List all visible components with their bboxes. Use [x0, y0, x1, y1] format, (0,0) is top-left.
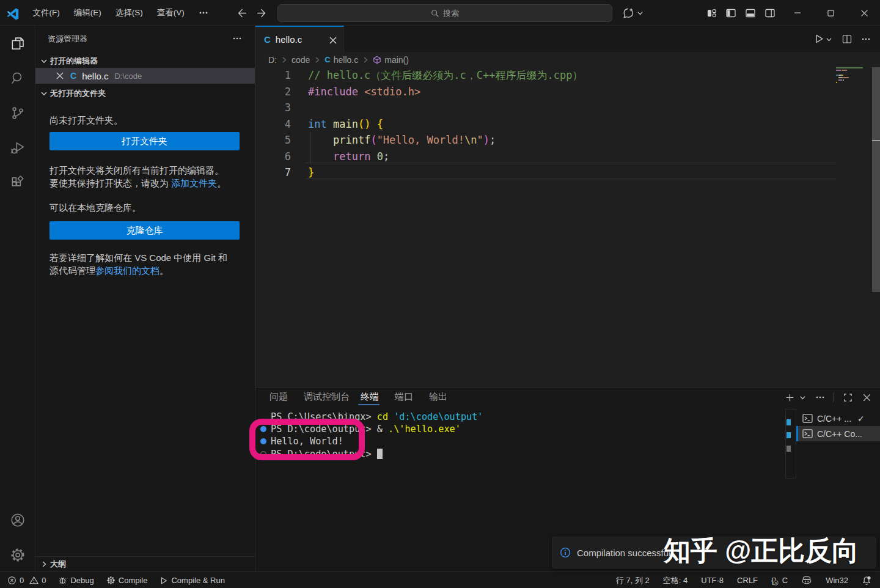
- go-back-icon[interactable]: [237, 8, 248, 18]
- language-mode-status[interactable]: {} C: [771, 572, 788, 588]
- minimap-line: [842, 70, 847, 71]
- close-editor-icon[interactable]: [56, 72, 64, 80]
- debug-icon[interactable]: [0, 133, 35, 163]
- terminal-dropdown-icon[interactable]: [799, 394, 806, 401]
- compile-status[interactable]: Compile: [106, 572, 148, 588]
- compile-run-status[interactable]: Compile & Run: [160, 572, 224, 588]
- no-folder-section[interactable]: 无打开的文件夹: [35, 87, 255, 100]
- open-editor-hello-c[interactable]: C hello.c D:\code: [35, 68, 255, 84]
- cursor-position-status[interactable]: 行 7, 列 2: [616, 572, 650, 588]
- minimap-line: [843, 79, 844, 81]
- encoding-status[interactable]: UTF-8: [701, 572, 724, 588]
- code-line[interactable]: 1// hello.c（文件后缀必须为.c，C++程序后缀为.cpp）: [255, 67, 880, 84]
- terminal-tab-label: C/C++ Co...: [817, 429, 862, 439]
- menu-more-icon[interactable]: [191, 0, 216, 26]
- terminal-tab-task[interactable]: C/C++ ... ✓: [796, 411, 880, 426]
- git-branch-icon[interactable]: [0, 98, 35, 128]
- breadcrumb-file[interactable]: hello.c: [334, 55, 358, 65]
- editor-more-icon[interactable]: [861, 34, 871, 44]
- code-editor[interactable]: 1// hello.c（文件后缀必须为.c，C++程序后缀为.cpp）2#inc…: [255, 67, 880, 387]
- code-line[interactable]: 4int main() {: [255, 116, 880, 133]
- tab-problems[interactable]: 问题: [270, 391, 288, 405]
- token: [358, 86, 364, 98]
- search-command-center[interactable]: 搜索: [277, 4, 612, 22]
- token: ": [477, 134, 483, 146]
- customize-layout-icon[interactable]: [707, 9, 716, 18]
- outline-label: 大纲: [50, 559, 66, 570]
- token: <stdio.h>: [364, 86, 420, 98]
- error-icon: [7, 576, 16, 585]
- token: ;: [490, 134, 496, 146]
- menu-edit[interactable]: 编辑(E): [67, 0, 108, 26]
- open-editor-filename: hello.c: [82, 71, 108, 81]
- files-icon[interactable]: [0, 29, 35, 58]
- token: (): [358, 118, 370, 130]
- outline-section[interactable]: 大纲: [35, 556, 255, 571]
- hint-text-end: 。: [217, 178, 226, 188]
- menu-view[interactable]: 查看(V): [150, 0, 191, 26]
- toggle-primary-sidebar-icon[interactable]: [726, 9, 736, 18]
- add-folder-link[interactable]: 添加文件夹: [171, 178, 217, 188]
- token: \n: [464, 134, 477, 146]
- search-sidebar-icon[interactable]: [0, 64, 35, 93]
- code-line[interactable]: 2#include <stdio.h>: [255, 84, 880, 100]
- menu-file[interactable]: 文件(F): [26, 0, 67, 26]
- extensions-icon[interactable]: [0, 168, 35, 197]
- code-line[interactable]: 6 return 0;: [255, 149, 880, 165]
- open-editors-section[interactable]: 打开的编辑器: [35, 54, 255, 68]
- code-line[interactable]: 7}: [255, 164, 880, 181]
- settings-gear-icon[interactable]: [0, 540, 35, 570]
- sidebar-more-icon[interactable]: [230, 32, 244, 45]
- indentation-status[interactable]: 空格: 4: [663, 572, 688, 588]
- clone-repository-button[interactable]: 克隆仓库: [50, 221, 240, 240]
- account-icon[interactable]: [0, 505, 35, 535]
- close-panel-icon[interactable]: [862, 393, 871, 402]
- token: ;: [383, 150, 389, 163]
- tab-ports[interactable]: 端口: [395, 391, 413, 405]
- chevron-down-icon: [637, 10, 644, 17]
- minimize-icon[interactable]: [783, 0, 812, 26]
- overview-mark: [787, 419, 791, 425]
- debug-status[interactable]: Debug: [58, 572, 94, 588]
- terminal-tab-active[interactable]: C/C++ Co...: [796, 426, 880, 441]
- close-window-icon[interactable]: [850, 0, 879, 26]
- maximize-icon[interactable]: [816, 0, 845, 26]
- run-dropdown-icon[interactable]: [826, 36, 832, 43]
- minimap[interactable]: [836, 67, 873, 387]
- compile-label: Compile: [119, 576, 148, 585]
- copilot-button[interactable]: [622, 5, 644, 21]
- tab-debug-console[interactable]: 调试控制台: [304, 391, 350, 405]
- toggle-secondary-sidebar-icon[interactable]: [765, 9, 775, 18]
- eol-status[interactable]: CRLF: [737, 572, 758, 588]
- token: {: [377, 118, 383, 130]
- menu-selection[interactable]: 选择(S): [108, 0, 150, 26]
- code-line[interactable]: 3: [255, 100, 880, 116]
- bug-icon: [58, 576, 67, 585]
- token: 'd:\code\output': [394, 411, 483, 422]
- problems-status[interactable]: 0 0: [7, 572, 46, 588]
- maximize-panel-icon[interactable]: [843, 393, 853, 402]
- terminal-tab-label: C/C++ ...: [817, 414, 851, 424]
- tab-output[interactable]: 输出: [429, 391, 447, 405]
- breadcrumb-drive[interactable]: D:: [268, 55, 277, 65]
- platform-status[interactable]: Win32: [826, 572, 848, 588]
- breadcrumb-folder[interactable]: code: [292, 55, 310, 65]
- toggle-panel-icon[interactable]: [746, 9, 755, 18]
- panel-more-icon[interactable]: [815, 392, 825, 402]
- new-terminal-icon[interactable]: [785, 393, 794, 402]
- split-editor-icon[interactable]: [842, 34, 852, 44]
- breadcrumb-symbol[interactable]: main(): [384, 55, 409, 65]
- code-line[interactable]: 5 printf("Hello, World!\n");: [255, 132, 880, 149]
- editor-scrollbar[interactable]: [872, 67, 880, 292]
- go-forward-icon[interactable]: [256, 8, 266, 18]
- notifications-bell-icon[interactable]: [862, 572, 871, 588]
- tab-terminal[interactable]: 终端: [361, 391, 379, 405]
- read-docs-link[interactable]: 参阅我们的文档: [95, 265, 160, 276]
- clone-repo-text: 可以在本地克隆仓库。: [50, 201, 141, 214]
- run-file-icon[interactable]: [814, 34, 824, 44]
- c-file-icon: C: [70, 71, 76, 81]
- open-folder-button[interactable]: 打开文件夹: [50, 132, 240, 150]
- no-folder-text: 尚未打开文件夹。: [50, 114, 123, 127]
- copilot-status-icon[interactable]: [801, 572, 812, 588]
- token: // hello.c（文件后缀必须为.c，C++程序后缀为.cpp）: [308, 69, 582, 81]
